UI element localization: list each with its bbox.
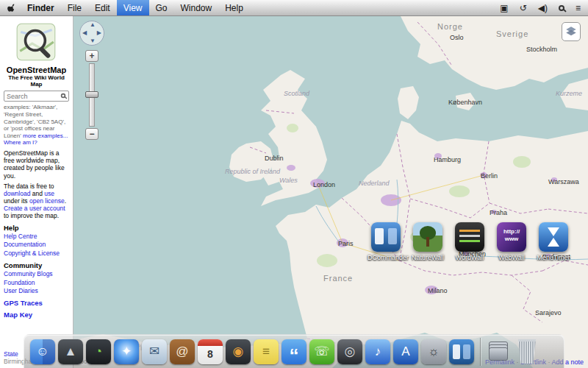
map-label: Wales <box>279 177 298 184</box>
desktop-icon-naturewall[interactable]: NatureWall <box>409 222 446 261</box>
desktop-icon-label: NatureWall <box>409 254 446 261</box>
map-label: Dublin <box>265 155 284 162</box>
more-examples-link[interactable]: more examples... <box>23 132 68 139</box>
open-license-link[interactable]: open license <box>29 197 65 205</box>
sidebar-link[interactable]: Foundation <box>4 279 69 287</box>
intro-text: OpenStreetMap is a free worldwide map, c… <box>4 149 69 180</box>
search-input[interactable] <box>4 91 69 102</box>
dock-dcommander[interactable] <box>449 339 474 364</box>
menu-help[interactable]: Help <box>218 0 250 15</box>
dock-system-preferences[interactable]: ☼ <box>421 339 446 364</box>
search-icon[interactable] <box>61 93 65 98</box>
map-label: København <box>448 99 482 106</box>
pan-right-icon[interactable]: ▶ <box>97 30 101 36</box>
display-icon[interactable]: ▣ <box>500 3 508 13</box>
zoom-in-button[interactable]: + <box>85 50 98 62</box>
desktop-icon-dcommander[interactable]: DCommander <box>368 222 404 261</box>
desktop: NorgeOsloSverigeStockholmKurzemeKøbenhav… <box>0 16 588 368</box>
map-label: Norge <box>437 22 463 31</box>
webwall-icon: http://www <box>497 222 526 252</box>
sidebar-link[interactable]: User Diaries <box>4 287 69 295</box>
dock-dvd-player[interactable]: ◎ <box>337 339 362 364</box>
desktop-icon-menutimer[interactable]: MenuTimer <box>535 222 572 261</box>
apple-menu-icon[interactable] <box>7 2 18 13</box>
desktop-icon-label: WordWall <box>451 254 488 261</box>
map-label: Stockholm <box>526 46 557 53</box>
sidebar-link[interactable]: Documentation <box>4 241 69 249</box>
map-label: Milano <box>428 287 448 294</box>
menu-edit[interactable]: Edit <box>88 0 117 15</box>
dock: ☺▲◔✦✉@8◉≡“☏◎♪A☼ <box>24 334 564 368</box>
desktop-icon-label: DCommander <box>368 254 404 261</box>
map-label: Berlin <box>481 172 498 180</box>
osm-sidebar: OpenStreetMap The Free Wiki World Map ex… <box>0 16 74 368</box>
desktop-icon-wordwall[interactable]: WordWall <box>451 222 488 261</box>
dock-photo-booth[interactable]: ◉ <box>226 339 251 364</box>
sidebar-link[interactable]: Community Blogs <box>4 270 69 278</box>
menu-bar: FinderFileEditViewGoWindowHelp ▣↺◀)≡ <box>0 0 588 16</box>
map-label: Republic of Ireland <box>225 168 280 175</box>
where-am-i-link[interactable]: Where am I? <box>4 139 37 146</box>
search-result-link[interactable]: State <box>4 350 18 358</box>
sidebar-link[interactable]: Help Centre <box>4 233 69 241</box>
desktop-icon-webwall[interactable]: http://www WebWall <box>493 222 530 261</box>
map-key-link[interactable]: Map Key <box>4 311 69 319</box>
sidebar-link[interactable]: Copyright & License <box>4 250 69 258</box>
dock-stickies[interactable]: ≡ <box>254 339 279 364</box>
layers-icon <box>564 25 578 38</box>
zoom-slider-handle[interactable] <box>85 91 98 98</box>
dock-calendar[interactable]: 8 <box>198 339 223 364</box>
dock-safari[interactable]: ✦ <box>114 339 139 364</box>
create-account-link[interactable]: Create a user account <box>4 205 65 212</box>
pan-left-icon[interactable]: ◀ <box>82 30 87 36</box>
map-label: Oslo <box>450 34 464 41</box>
dock-contacts[interactable]: @ <box>170 339 195 364</box>
dock-items: ☺▲◔✦✉@8◉≡“☏◎♪A☼ <box>30 339 474 364</box>
help-links: Help CentreDocumentationCopyright & Lice… <box>4 233 69 258</box>
map-label: Sverige <box>496 29 528 38</box>
layers-button[interactable] <box>562 22 581 41</box>
site-subtitle: The Free Wiki World Map <box>4 74 69 88</box>
menutimer-icon <box>539 222 568 252</box>
trash-icon[interactable] <box>516 339 538 364</box>
spotlight-icon[interactable] <box>559 5 564 11</box>
map-label: Praha <box>490 209 507 216</box>
use-link[interactable]: use <box>44 190 54 197</box>
download-link[interactable]: download <box>4 190 30 197</box>
pan-down-icon[interactable]: ▼ <box>90 38 96 44</box>
desktop-icon-label: MenuTimer <box>535 254 572 261</box>
dock-itunes[interactable]: ♪ <box>365 339 390 364</box>
community-heading: Community <box>4 261 69 269</box>
map-land <box>74 16 588 368</box>
menu-go[interactable]: Go <box>149 0 174 15</box>
menu-finder[interactable]: Finder <box>21 0 61 15</box>
dock-facetime[interactable]: ☏ <box>309 339 334 364</box>
menu-view[interactable]: View <box>117 0 149 15</box>
volume-icon[interactable]: ◀) <box>538 3 548 13</box>
dock-downloads-stack[interactable] <box>487 340 510 364</box>
gps-traces-link[interactable]: GPS Traces <box>4 299 69 307</box>
time-machine-icon[interactable]: ↺ <box>520 3 527 13</box>
menu-file[interactable]: File <box>61 0 88 15</box>
map-label: Hamburg <box>434 156 461 163</box>
dock-finder[interactable]: ☺ <box>30 339 55 364</box>
search-examples: examples: 'Alkmaar', 'Regent Street, Cam… <box>4 104 69 146</box>
map[interactable]: NorgeOsloSverigeStockholmKurzemeKøbenhav… <box>74 16 588 368</box>
map-label: France <box>323 274 353 283</box>
dock-messages[interactable]: “ <box>282 339 306 364</box>
zoom-out-button[interactable]: − <box>85 128 98 140</box>
dock-app-store[interactable]: A <box>393 339 418 364</box>
dock-launchpad[interactable]: ▲ <box>58 339 83 364</box>
wordwall-icon <box>455 222 484 252</box>
pan-control[interactable]: ▲ ▼ ◀ ▶ <box>79 21 104 46</box>
menu-window[interactable]: Window <box>174 0 219 15</box>
community-links: Community BlogsFoundationUser Diaries <box>4 270 69 295</box>
status-icons: ▣↺◀)≡ <box>500 3 581 13</box>
notification-center-icon[interactable]: ≡ <box>576 3 581 13</box>
license-text: The data is free to download and use und… <box>4 183 69 220</box>
dock-mail[interactable]: ✉ <box>142 339 167 364</box>
map-label: Warszawa <box>548 178 579 185</box>
map-label: London <box>313 181 335 188</box>
pan-up-icon[interactable]: ▲ <box>90 22 96 28</box>
dock-dashboard[interactable]: ◔ <box>86 339 111 364</box>
